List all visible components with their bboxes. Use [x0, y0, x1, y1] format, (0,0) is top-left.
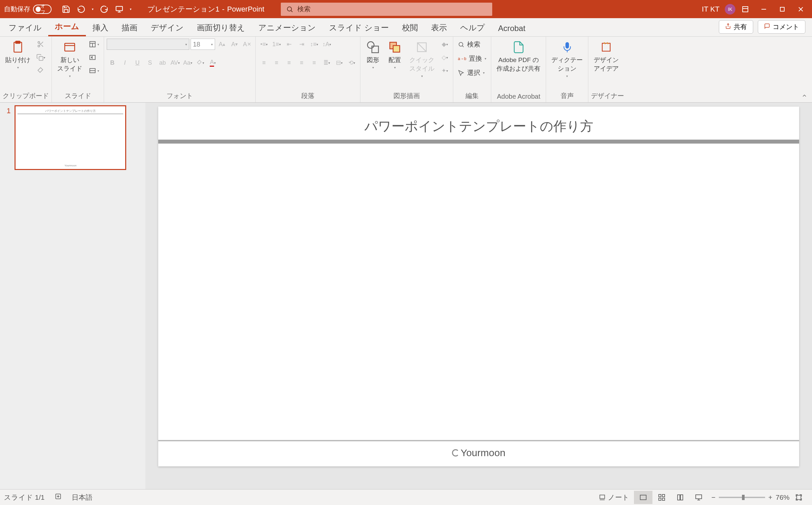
section-button[interactable]: ▾ [87, 65, 101, 76]
shape-fill-button[interactable]: ◆▾ [439, 39, 450, 50]
redo-button[interactable] [99, 5, 109, 14]
smartart-button[interactable]: ⟲▾ [346, 57, 357, 68]
share-button[interactable]: 共有 [719, 20, 753, 34]
search-placeholder: 検索 [297, 5, 311, 14]
align-text-button[interactable]: ⊟▾ [334, 57, 345, 68]
autosave-toggle[interactable]: 自動保存 オフ [0, 5, 55, 14]
tab-home[interactable]: ホーム [48, 18, 86, 36]
svg-point-3 [287, 7, 292, 11]
justify-button[interactable]: ≡ [296, 57, 307, 68]
group-font: ▾ 18▾ A▴ A▾ A✕ B I U S ab AV▾ Aa▾ ▾ A▾ フ… [104, 37, 256, 102]
dictate-button[interactable]: ディクテー ション▾ [549, 39, 585, 79]
format-painter-button[interactable] [35, 65, 46, 76]
select-button[interactable]: 選択▾ [456, 67, 487, 78]
ribbon-display-options-icon[interactable] [741, 5, 750, 14]
grow-font-button[interactable]: A▴ [216, 39, 228, 50]
shape-outline-button[interactable]: ◇▾ [439, 52, 450, 63]
decrease-indent-button[interactable]: ⇤ [283, 39, 295, 50]
tab-transitions[interactable]: 画面切り替え [190, 19, 252, 36]
comment-button[interactable]: コメント [758, 20, 805, 34]
close-button[interactable] [796, 4, 806, 14]
font-color-button[interactable]: A▾ [207, 57, 218, 68]
line-spacing-button[interactable]: ↕≡▾ [309, 39, 320, 50]
tab-review[interactable]: 校閲 [395, 19, 425, 36]
autosave-pill: オフ [33, 5, 51, 14]
align-left-button[interactable]: ≡ [258, 57, 269, 68]
shapes-button[interactable]: 図形▾ [363, 39, 383, 70]
reset-button[interactable] [87, 52, 101, 63]
tab-design[interactable]: デザイン [144, 19, 190, 36]
tab-file[interactable]: ファイル [2, 19, 48, 36]
new-slide-button[interactable]: 新しい スライド ▾ [54, 39, 85, 79]
group-clipboard: 貼り付け ▾ ▾ クリップボード [0, 37, 52, 102]
svg-line-17 [41, 45, 43, 46]
bold-button[interactable]: B [107, 57, 118, 68]
tab-acrobat[interactable]: Acrobat [491, 20, 532, 36]
tab-draw[interactable]: 描画 [115, 19, 144, 36]
app-name: PowerPoint [227, 5, 265, 14]
text-direction-button[interactable]: ↕A▾ [321, 39, 332, 50]
cursor-icon [458, 70, 464, 76]
minimize-button[interactable] [759, 4, 769, 14]
collapse-ribbon-button[interactable] [797, 91, 812, 102]
replace-button[interactable]: a→b 置換▾ [456, 53, 488, 64]
char-spacing-button[interactable]: AV▾ [169, 57, 181, 68]
maximize-button[interactable] [777, 4, 788, 14]
group-voice: ディクテー ション▾ 音声 [546, 37, 588, 102]
svg-rect-0 [116, 6, 123, 11]
highlight-button[interactable]: ▾ [195, 57, 206, 68]
find-button[interactable]: 検索 [456, 39, 482, 50]
clear-formatting-button[interactable]: A✕ [241, 39, 253, 50]
design-ideas-icon [599, 40, 613, 54]
text-shadow-button[interactable]: ab [157, 57, 168, 68]
tab-insert[interactable]: 挿入 [86, 19, 115, 36]
svg-point-15 [38, 45, 40, 47]
italic-button[interactable]: I [119, 57, 130, 68]
qat-customize[interactable]: ▾ [130, 7, 131, 11]
font-size-input[interactable]: 18▾ [191, 39, 215, 50]
save-icon[interactable] [62, 5, 71, 14]
tab-help[interactable]: ヘルプ [454, 19, 491, 36]
increase-indent-button[interactable]: ⇥ [296, 39, 307, 50]
tab-slideshow[interactable]: スライド ショー [322, 19, 395, 36]
columns-button[interactable]: ≣▾ [321, 57, 332, 68]
quick-styles-icon [415, 40, 429, 54]
undo-dropdown[interactable]: ▾ [92, 7, 94, 11]
underline-button[interactable]: U [132, 57, 143, 68]
layout-button[interactable]: ▾ [87, 39, 101, 50]
font-name-input[interactable]: ▾ [107, 39, 189, 50]
editing-label: 編集 [456, 91, 488, 102]
start-from-beginning-icon[interactable] [115, 5, 124, 14]
change-case-button[interactable]: Aa▾ [182, 57, 193, 68]
account-area[interactable]: IT KT IK [702, 4, 752, 14]
search-box[interactable]: 検索 [281, 3, 492, 16]
shrink-font-button[interactable]: A▾ [229, 39, 240, 50]
title-bar: 自動保存 オフ ▾ ▾ プレゼンテーション1 - PowerPoint 検索 I… [0, 0, 812, 18]
numbering-button[interactable]: 1≡▾ [271, 39, 282, 50]
svg-point-33 [459, 42, 463, 46]
svg-rect-20 [65, 43, 75, 51]
bullets-button[interactable]: •≡▾ [258, 39, 269, 50]
align-right-button[interactable]: ≡ [283, 57, 295, 68]
copy-button[interactable]: ▾ [35, 52, 46, 63]
new-slide-icon [63, 40, 77, 54]
design-ideas-button[interactable]: デザイン アイデア [591, 39, 621, 74]
shapes-icon [366, 40, 380, 54]
strikethrough-button[interactable]: S [144, 57, 155, 68]
title-dash: - [222, 5, 224, 14]
arrange-button[interactable]: 配置▾ [385, 39, 405, 70]
svg-rect-31 [393, 45, 400, 52]
adobe-pdf-button[interactable]: Adobe PDF の 作成および共有 [494, 39, 543, 74]
avatar[interactable]: IK [725, 4, 735, 14]
svg-rect-8 [780, 7, 784, 11]
svg-line-4 [291, 11, 293, 12]
cut-button[interactable] [35, 39, 46, 50]
distribute-button[interactable]: ≡ [309, 57, 320, 68]
tab-animations[interactable]: アニメーション [252, 19, 322, 36]
align-center-button[interactable]: ≡ [271, 57, 282, 68]
undo-button[interactable] [77, 5, 86, 14]
quick-styles-button[interactable]: クイック スタイル▾ [407, 39, 437, 79]
shape-effects-button[interactable]: ✦▾ [439, 65, 450, 76]
paste-button[interactable]: 貼り付け ▾ [3, 39, 33, 70]
tab-view[interactable]: 表示 [425, 19, 454, 36]
